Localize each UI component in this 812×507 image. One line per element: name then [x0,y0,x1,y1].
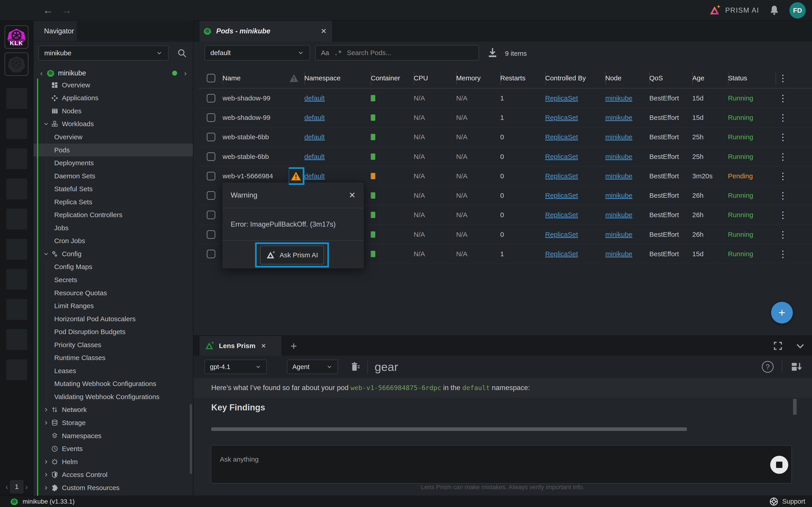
export-chat-icon[interactable] [790,361,802,373]
sidebar-item-events[interactable]: Events [34,442,193,455]
prism-tab-close-icon[interactable]: ✕ [261,342,266,350]
new-prism-tab-button[interactable]: + [291,336,297,356]
chevron-right-icon[interactable] [43,419,50,426]
clear-chat-trash-icon[interactable] [349,361,361,373]
controlled-by-link[interactable]: ReplicaSet [545,192,578,199]
sidebar-item-config[interactable]: Config [34,247,193,261]
forward-icon[interactable]: → [61,4,72,16]
kebab-icon[interactable]: ⋮ [778,132,788,142]
tab-lens-prism[interactable]: Lens Prism ✕ [200,336,282,356]
column-restarts[interactable]: Restarts [500,68,545,88]
row-checkbox[interactable] [207,113,215,122]
controlled-by-link[interactable]: ReplicaSet [545,172,578,180]
controlled-by-link[interactable]: ReplicaSet [545,94,578,102]
sidebar-item-daemon-sets[interactable]: Daemon Sets [34,170,193,183]
column-status[interactable]: Status [728,68,776,88]
node-link[interactable]: minikube [605,231,632,238]
sidebar-item-namespaces[interactable]: Namespaces [34,429,193,442]
kebab-icon[interactable]: ⋮ [778,112,788,123]
select-all-checkbox[interactable] [207,74,215,82]
sidebar-item-leases[interactable]: Leases [34,364,193,378]
add-resource-fab[interactable]: + [771,302,793,324]
node-link[interactable]: minikube [605,211,632,219]
search-icon[interactable] [177,48,187,58]
sidebar-item-config-maps[interactable]: Config Maps [34,261,193,274]
cluster-tree-header[interactable]: ‹ minikube › [34,68,193,78]
search-pods-input[interactable]: Aa .* Search Pods... [315,45,479,60]
sidebar-item-pod-disruption-budgets[interactable]: Pod Disruption Budgets [34,325,193,338]
column-namespace[interactable]: Namespace [304,68,371,88]
column-name[interactable]: Name [222,68,289,88]
node-link[interactable]: minikube [605,250,632,258]
column-cpu[interactable]: CPU [414,68,456,88]
notifications-bell-icon[interactable] [769,5,780,16]
controlled-by-link[interactable]: ReplicaSet [545,211,578,219]
back-icon[interactable]: ← [43,4,53,16]
column-container[interactable]: Container [371,68,414,88]
kebab-icon[interactable]: ⋮ [778,229,788,240]
row-checkbox[interactable] [207,94,215,103]
settings-gear-icon[interactable]: gear [374,360,398,374]
row-checkbox[interactable] [207,230,215,239]
row-checkbox[interactable] [207,250,215,258]
namespace-link[interactable]: default [304,94,325,102]
sidebar-item-mutating-webhook-configurations[interactable]: Mutating Webhook Configurations [34,378,193,391]
row-checkbox[interactable] [207,152,215,161]
column-controlled-by[interactable]: Controlled By [545,68,605,88]
tab-close-icon[interactable]: ✕ [320,27,327,36]
row-checkbox[interactable] [207,133,215,141]
popup-close-icon[interactable]: ✕ [349,190,356,200]
statusbar-cluster[interactable]: minikube (v1.33.1) [10,498,74,505]
sidebar-item-overview[interactable]: Overview [34,130,193,144]
sidebar-item-helm[interactable]: Helm [34,455,193,468]
chevron-right-icon[interactable] [43,471,50,478]
sidebar-item-replication-controllers[interactable]: Replication Controllers [34,208,193,221]
mode-select[interactable]: Agent [287,359,338,374]
kebab-icon[interactable]: ⋮ [778,190,788,201]
column-warning-icon[interactable] [289,68,304,88]
controlled-by-link[interactable]: ReplicaSet [545,133,578,141]
sidebar-item-overview[interactable]: Overview [34,78,193,92]
navigator-scrollbar[interactable] [190,404,192,474]
chevron-right-icon[interactable] [43,406,50,413]
sidebar-item-storage[interactable]: Storage [34,416,193,429]
node-link[interactable]: minikube [605,172,632,180]
help-icon[interactable]: ? [762,361,774,373]
sidebar-item-nodes[interactable]: Nodes [34,105,193,118]
sidebar-item-workloads[interactable]: Workloads [34,118,193,131]
collapse-cluster-icon[interactable]: ‹ [40,69,43,77]
sidebar-item-custom-resources[interactable]: Custom Resources [34,481,193,494]
sidebar-item-deployments[interactable]: Deployments [34,157,193,170]
controlled-by-link[interactable]: ReplicaSet [545,250,578,258]
kebab-icon[interactable]: ⋮ [778,171,788,181]
download-icon[interactable] [486,47,499,59]
kebab-icon[interactable]: ⋮ [778,93,788,103]
user-avatar[interactable]: FD [790,2,806,18]
table-row[interactable]: web-v1-5666984defaultN/AN/A0ReplicaSetmi… [199,166,812,186]
column-qos[interactable]: QoS [649,68,692,88]
collapse-panel-chevron-icon[interactable] [795,340,806,351]
expand-cluster-icon[interactable]: › [184,69,187,77]
namespace-select[interactable]: default [204,45,310,60]
row-checkbox[interactable] [207,211,215,219]
sidebar-item-applications[interactable]: Applications [34,92,193,105]
controlled-by-link[interactable]: ReplicaSet [545,231,578,238]
chevron-down-icon[interactable] [43,121,50,127]
sidebar-item-stateful-sets[interactable]: Stateful Sets [34,182,193,195]
stop-generation-button[interactable] [770,456,788,474]
prism-scrollbar[interactable] [793,399,797,415]
node-link[interactable]: minikube [605,114,632,121]
sidebar-item-secrets[interactable]: Secrets [34,273,193,286]
cluster-icon-inactive[interactable] [4,52,29,76]
node-link[interactable]: minikube [605,153,632,161]
column-memory[interactable]: Memory [456,68,500,88]
sidebar-item-pods[interactable]: Pods [34,144,193,157]
tab-pods-minikube[interactable]: Pods - minikube ✕ [200,21,332,42]
sidebar-item-validating-webhook-configurations[interactable]: Validating Webhook Configurations [34,390,193,403]
kebab-icon[interactable]: ⋮ [778,210,788,220]
node-link[interactable]: minikube [605,133,632,141]
table-row[interactable]: web-stable-6bbdefaultN/AN/A0ReplicaSetmi… [199,147,812,166]
cluster-select[interactable]: minikube [38,46,168,60]
namespace-link[interactable]: default [304,133,325,141]
controlled-by-link[interactable]: ReplicaSet [545,114,578,121]
